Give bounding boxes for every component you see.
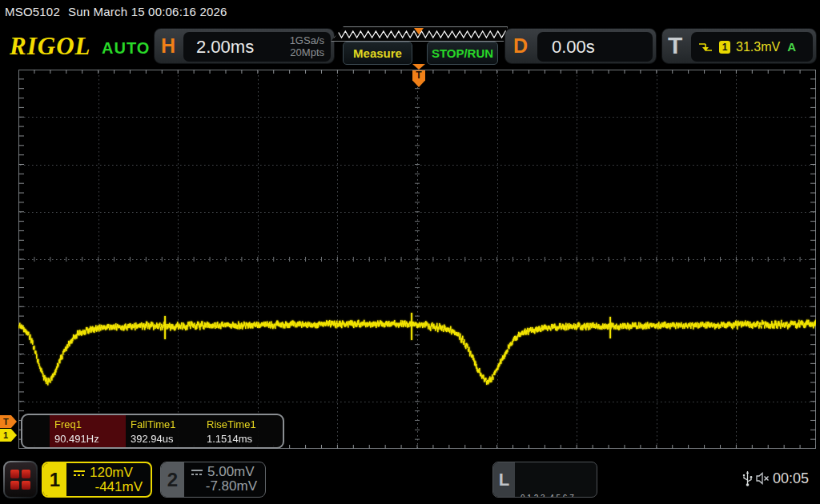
trigger-level-value: 31.3mV (736, 40, 780, 54)
measure-button[interactable]: Measure (343, 42, 412, 65)
measurement-value: 90.491Hz (54, 433, 126, 445)
measurement-label: Freq1 (54, 418, 126, 430)
channel1-block[interactable]: 1 120mV -441mV (42, 462, 152, 498)
menu-grid-icon (5, 462, 36, 497)
measurement-label: FallTime1 (131, 418, 202, 430)
channel2-scale: 5.00mV (207, 464, 255, 480)
run-status: AUTO (102, 39, 150, 58)
trigger-panel[interactable]: T 1 31.3mV A (661, 28, 817, 64)
measurement-value: 392.94us (131, 433, 202, 445)
horizontal-label: H (161, 34, 175, 58)
stop-run-button[interactable]: STOP/RUN (427, 42, 498, 65)
logic-label: L (493, 462, 515, 497)
usb-icon (742, 469, 754, 487)
falling-edge-icon (697, 41, 713, 53)
trigger-level-marker[interactable]: T (0, 415, 17, 428)
speaker-muted-icon (755, 471, 771, 486)
memory-depth: 20Mpts (290, 46, 324, 58)
logic-channels-block[interactable]: L 0 1 2 3 4 5 6 7 8 9 1011 12131415 (492, 462, 597, 498)
timebase-value: 2.00ms (196, 37, 254, 58)
channel1-number: 1 (43, 463, 66, 496)
menu-button[interactable] (3, 461, 38, 498)
title-bar: MSO5102Sun March 15 00:06:16 2026 (5, 5, 235, 18)
channel2-number: 2 (161, 462, 184, 497)
channel1-offset: -441mV (73, 479, 144, 495)
measurement-value: 1.1514ms (207, 433, 278, 445)
datetime: Sun March 15 00:06:16 2026 (68, 5, 227, 18)
channel1-position-marker[interactable]: 1 (0, 429, 17, 442)
channel1-scale: 120mV (90, 465, 133, 481)
rigol-logo: RIGOL (10, 32, 90, 61)
measurement-panel[interactable]: Freq1 90.491Hz FallTime1 392.94us RiseTi… (21, 414, 284, 449)
trigger-position-strip-marker[interactable] (414, 28, 424, 34)
measurement-item-freq[interactable]: Freq1 90.491Hz (50, 415, 126, 447)
logic-row-0-7: 0 1 2 3 4 5 6 7 (521, 492, 597, 498)
trigger-label: T (668, 32, 682, 59)
scope-display[interactable] (18, 70, 816, 449)
sample-rate: 1GSa/s (290, 34, 324, 46)
uptime-clock: 00:05 (773, 470, 809, 487)
trigger-position-arrow (412, 64, 425, 70)
delay-label: D (513, 34, 528, 58)
trigger-source-badge: 1 (719, 41, 730, 54)
oscilloscope-screen: MSO5102Sun March 15 00:06:16 2026 RIGOL … (0, 0, 820, 504)
trigger-sweep-mode: A (787, 40, 796, 54)
measurement-item-falltime[interactable]: FallTime1 392.94us (126, 415, 202, 447)
horizontal-panel[interactable]: H 2.00ms 1GSa/s 20Mpts (154, 28, 335, 64)
measurement-label: RiseTime1 (207, 418, 278, 430)
delay-value: 0.00s (552, 37, 595, 58)
channel2-block[interactable]: 2 5.00mV -7.80mV (160, 462, 266, 498)
model-name: MSO5102 (5, 5, 60, 18)
measurement-item-risetime[interactable]: RiseTime1 1.1514ms (202, 415, 278, 447)
dc-coupling-icon (191, 468, 203, 476)
channel2-offset: -7.80mV (191, 478, 259, 494)
delay-panel[interactable]: D 0.00s (504, 28, 657, 64)
dc-coupling-icon (73, 469, 86, 477)
